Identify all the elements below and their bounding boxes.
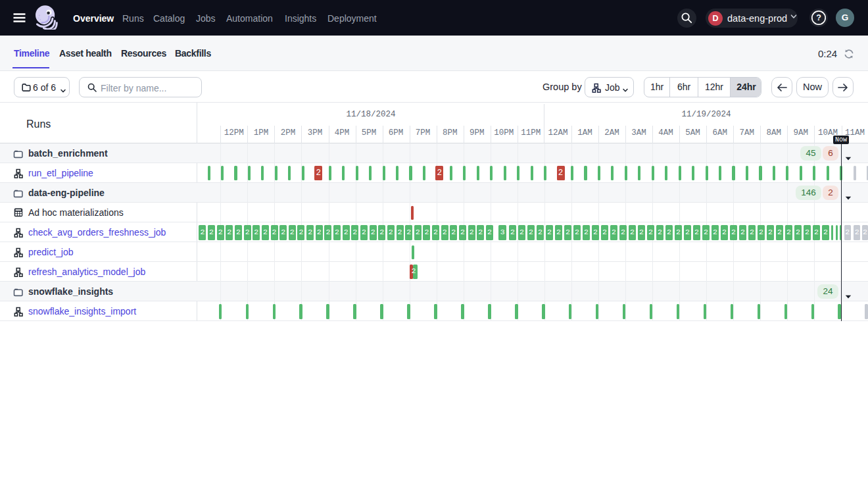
svg-text:?: ? bbox=[816, 13, 821, 22]
